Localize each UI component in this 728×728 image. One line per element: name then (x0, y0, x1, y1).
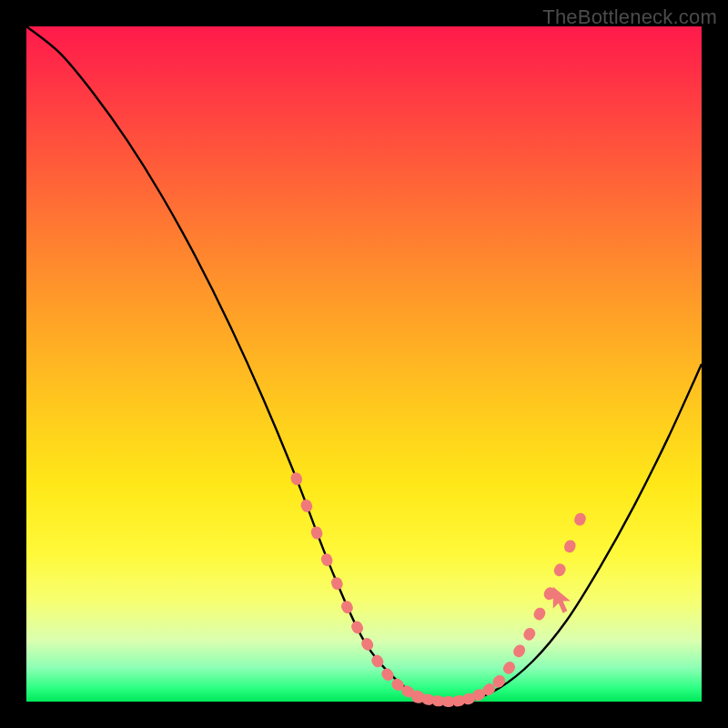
svg-rect-2 (309, 525, 324, 541)
chart-frame: TheBottleneck.com (0, 0, 728, 728)
bottleneck-curve (26, 26, 702, 703)
cursor-arrow-icon (553, 587, 571, 613)
svg-rect-4 (329, 575, 345, 592)
svg-rect-28 (552, 562, 568, 579)
watermark-text: TheBottleneck.com (542, 5, 717, 29)
svg-rect-24 (511, 642, 527, 659)
svg-rect-6 (349, 619, 365, 635)
svg-rect-1 (299, 498, 314, 513)
curve-svg (26, 26, 702, 702)
svg-rect-23 (501, 660, 518, 676)
highlight-blobs-bottom (410, 673, 507, 707)
svg-rect-26 (531, 606, 547, 622)
svg-rect-29 (562, 539, 577, 554)
highlight-blobs-right (490, 511, 587, 690)
svg-rect-30 (572, 511, 587, 527)
highlight-blobs-left (289, 470, 427, 703)
svg-rect-0 (289, 470, 304, 486)
svg-rect-3 (319, 551, 334, 567)
plot-area (26, 26, 702, 702)
svg-rect-25 (521, 626, 537, 642)
svg-rect-5 (339, 599, 355, 615)
